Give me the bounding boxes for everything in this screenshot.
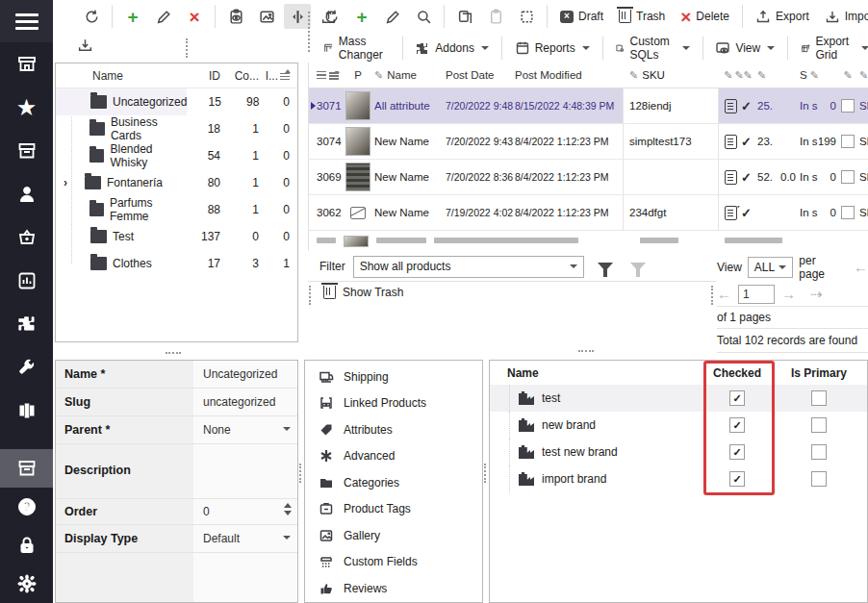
category-row[interactable]: Blended Whisky 54 1 0	[56, 142, 297, 169]
funnel-clear-icon[interactable]	[630, 263, 646, 271]
sidebar-item-customers[interactable]	[0, 172, 53, 215]
show-trash-toggle[interactable]: Show Trash	[323, 286, 403, 299]
delete-category-button[interactable]: ×	[181, 4, 208, 29]
section-item-advanced[interactable]: Advanced	[305, 443, 482, 470]
brand-row[interactable]: new brand	[490, 412, 867, 439]
checked-checkbox[interactable]	[729, 390, 745, 406]
sidebar-item-layout[interactable]	[0, 389, 53, 432]
field-parent-select[interactable]: None	[193, 416, 297, 443]
product-row[interactable]: 3071 All attribute 7/20/2022 9:48 8/15/2…	[309, 88, 868, 124]
edit-category-button[interactable]	[150, 4, 177, 29]
add-product-button[interactable]: +	[348, 4, 375, 29]
sidebar-item-help[interactable]: ?	[0, 488, 53, 526]
drag-handle[interactable]	[484, 464, 486, 483]
section-item-product-tags[interactable]: Product Tags	[305, 496, 482, 523]
section-item-categories[interactable]: Categories	[305, 469, 482, 496]
product-row[interactable]: 3069 New Name 7/20/2022 8:36 8/4/2022 1:…	[309, 160, 868, 195]
sidebar-item-statistics[interactable]	[0, 259, 53, 302]
category-row[interactable]: Uncategorized 15 98 0	[56, 88, 297, 115]
section-item-linked-products[interactable]: Linked Products	[305, 390, 482, 417]
trash-button[interactable]: Trash	[613, 7, 671, 26]
product-checkbox[interactable]	[841, 170, 855, 184]
expander-icon[interactable]	[64, 176, 75, 189]
edit-product-button[interactable]	[379, 4, 406, 29]
delete-button[interactable]: × Delete	[675, 5, 735, 29]
field-description-value[interactable]	[193, 444, 297, 498]
drag-handle[interactable]	[186, 38, 188, 58]
prev-page-icon[interactable]: ←	[717, 286, 731, 302]
custom-sqls-button[interactable]: Custom SQLs	[609, 32, 695, 64]
image-button[interactable]	[253, 4, 280, 29]
next-page-icon[interactable]: →	[781, 286, 796, 302]
product-checkbox[interactable]	[841, 206, 855, 219]
copy-button[interactable]	[451, 4, 478, 29]
category-row[interactable]: Clothes 17 3 1	[56, 250, 297, 277]
drag-handle[interactable]	[299, 464, 301, 483]
column-name[interactable]: Name	[56, 69, 186, 83]
brand-row[interactable]: test new brand	[490, 439, 867, 465]
field-slug-value[interactable]: uncategorized	[193, 389, 297, 415]
column-product-name[interactable]: Name	[387, 69, 417, 81]
sidebar-item-products[interactable]	[0, 129, 53, 172]
section-item-reviews[interactable]: Reviews	[305, 575, 482, 602]
brand-row[interactable]: test	[490, 385, 867, 412]
column-checked[interactable]: Checked	[703, 366, 771, 380]
last-page-icon[interactable]: ⇢	[810, 286, 823, 303]
draft-button[interactable]: × Draft	[554, 7, 609, 26]
checked-checkbox[interactable]	[729, 471, 745, 487]
export-grid-button[interactable]: Export Grid	[795, 32, 868, 64]
brands-header[interactable]: Name Checked Is Primary	[490, 361, 867, 385]
product-checkbox[interactable]	[841, 99, 855, 113]
is-primary-checkbox[interactable]	[811, 390, 827, 406]
column-extra[interactable]: I...	[265, 69, 297, 83]
column-post-date[interactable]: Post Date	[446, 69, 515, 81]
category-row[interactable]: Test 137 0 0	[56, 223, 297, 250]
export-button[interactable]: Export	[750, 6, 815, 27]
sidebar-item-orders[interactable]	[0, 215, 53, 259]
section-item-custom-fields[interactable]: Custom Fields	[305, 549, 482, 576]
addons-button[interactable]: Addons	[409, 38, 495, 59]
drag-handle[interactable]	[309, 286, 311, 305]
product-row[interactable]: 3062 New Name 7/19/2022 4:02 8/4/2022 1:…	[309, 195, 868, 231]
refresh-button[interactable]	[78, 4, 105, 29]
category-row[interactable]: Fontanería 80 1 0	[56, 169, 297, 196]
reports-button[interactable]: Reports	[509, 38, 596, 59]
split-view-button[interactable]	[284, 4, 311, 29]
field-name-value[interactable]: Uncategorized	[193, 361, 297, 388]
funnel-icon[interactable]	[598, 263, 613, 271]
page-input[interactable]	[738, 285, 775, 304]
column-s[interactable]: S	[800, 69, 807, 81]
preview-button[interactable]	[222, 4, 249, 29]
checked-checkbox[interactable]	[729, 444, 745, 460]
mass-changer-button[interactable]: * Mass Changer	[318, 32, 396, 64]
drag-handle[interactable]	[308, 12, 310, 52]
column-sku[interactable]: SKU	[642, 69, 665, 81]
brand-row[interactable]: import brand	[490, 465, 867, 492]
search-button[interactable]	[410, 4, 437, 29]
section-item-shipping[interactable]: Shipping	[305, 364, 482, 390]
is-primary-checkbox[interactable]	[811, 417, 827, 433]
checked-checkbox[interactable]	[729, 417, 745, 433]
download-button[interactable]	[71, 32, 98, 57]
view-button[interactable]: View	[709, 38, 780, 59]
sidebar-item-products-active[interactable]	[0, 449, 53, 488]
product-row[interactable]: 3074 New Name 7/20/2022 9:43 8/4/2022 1:…	[309, 124, 868, 160]
add-category-button[interactable]: +	[119, 4, 146, 29]
menu-button[interactable]	[0, 0, 53, 42]
paste-special-button[interactable]	[513, 4, 540, 29]
sidebar-item-tools[interactable]	[0, 345, 53, 389]
is-primary-checkbox[interactable]	[811, 444, 827, 460]
drag-handle[interactable]	[166, 352, 181, 354]
column-p[interactable]: P	[342, 69, 374, 81]
drag-handle[interactable]	[578, 350, 594, 352]
sidebar-item-security[interactable]	[0, 526, 53, 565]
field-order-stepper[interactable]: 0	[193, 499, 297, 524]
import-button[interactable]: Import	[819, 6, 868, 27]
column-id[interactable]: ID	[186, 69, 224, 83]
per-page-select[interactable]: ALL	[748, 257, 794, 278]
category-row[interactable]: Business Cards 18 1 0	[56, 115, 297, 142]
is-primary-checkbox[interactable]	[811, 471, 827, 487]
column-brand-name[interactable]: Name	[490, 366, 703, 380]
column-is-primary[interactable]: Is Primary	[771, 366, 867, 380]
paste-button[interactable]	[482, 4, 509, 29]
